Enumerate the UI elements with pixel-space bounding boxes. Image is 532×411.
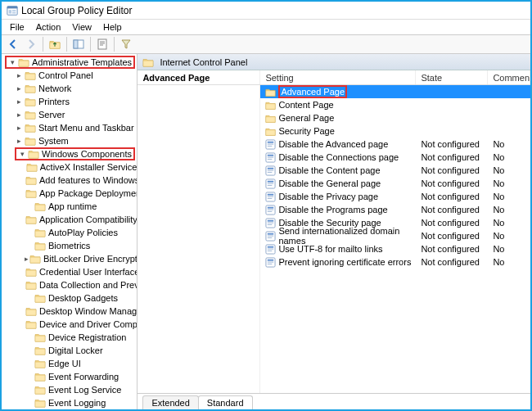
expand-icon[interactable] xyxy=(25,333,34,342)
folder-icon xyxy=(265,87,276,97)
expand-icon[interactable]: ▸ xyxy=(15,124,24,133)
list-item-comment: No xyxy=(488,205,530,215)
tree-item[interactable]: ▸Network xyxy=(2,82,137,95)
list-row[interactable]: Security Page xyxy=(260,124,530,138)
expand-icon[interactable]: ▸ xyxy=(15,97,24,106)
list-row[interactable]: Disable the General pageNot configuredNo xyxy=(260,177,530,190)
tree-item[interactable]: ▸BitLocker Drive Encryption xyxy=(2,252,137,265)
list-row[interactable]: Disable the Programs pageNot configuredN… xyxy=(260,203,530,216)
tree-pane[interactable]: ▾Administrative Templates▸Control Panel▸… xyxy=(2,54,138,409)
tree-item[interactable]: Device and Driver Compatibility xyxy=(2,318,137,331)
tree-item-label: System xyxy=(38,136,69,146)
expand-icon[interactable] xyxy=(25,346,34,355)
list-row[interactable]: Send internationalized domain namesNot c… xyxy=(260,229,530,242)
tree-item[interactable]: Digital Locker xyxy=(2,344,137,357)
expand-icon[interactable]: ▾ xyxy=(8,58,17,67)
tree-item[interactable]: Device Registration xyxy=(2,331,137,344)
tree-item[interactable]: ▸Server xyxy=(2,108,137,121)
forward-button[interactable] xyxy=(23,36,39,52)
tree-item[interactable]: Credential User Interface xyxy=(2,265,137,278)
tree-item[interactable]: Desktop Window Manager xyxy=(2,305,137,318)
expand-icon[interactable]: ▾ xyxy=(18,150,27,159)
tree-item[interactable]: Data Collection and Preview Bui xyxy=(2,278,137,291)
toolbar xyxy=(2,34,530,54)
list-item-comment: No xyxy=(488,257,530,267)
tree-item[interactable]: Biometrics xyxy=(2,239,137,252)
up-button[interactable] xyxy=(47,36,63,52)
tree-item[interactable]: Application Compatibility xyxy=(2,213,137,226)
toolbar-separator xyxy=(90,37,91,52)
toolbar-separator xyxy=(114,37,115,52)
folder-icon xyxy=(34,372,46,382)
folder-icon xyxy=(25,110,36,120)
tab-extended[interactable]: Extended xyxy=(142,395,198,409)
list-row[interactable]: Use UTF-8 for mailto linksNot configured… xyxy=(260,242,530,255)
folder-icon xyxy=(34,228,46,237)
list-item-state: Not configured xyxy=(416,139,488,149)
expand-icon[interactable] xyxy=(25,373,34,382)
tree-item[interactable]: App runtime xyxy=(2,200,137,213)
menu-help[interactable]: Help xyxy=(98,21,127,33)
expand-icon[interactable]: ▸ xyxy=(25,255,29,264)
expand-icon[interactable]: ▸ xyxy=(15,111,24,120)
tree-item-label: Event Log Service xyxy=(48,385,121,395)
menu-action[interactable]: Action xyxy=(31,21,66,33)
tree-item[interactable]: Desktop Gadgets xyxy=(2,291,137,305)
filter-button[interactable] xyxy=(118,36,134,52)
list-row[interactable]: Prevent ignoring certificate errorsNot c… xyxy=(260,255,530,269)
menu-file[interactable]: File xyxy=(5,21,29,33)
expand-icon[interactable]: ▸ xyxy=(15,84,24,93)
list-row[interactable]: General Page xyxy=(260,111,530,124)
tree-item[interactable]: AutoPlay Policies xyxy=(2,226,137,239)
expand-icon[interactable]: ▸ xyxy=(15,137,24,146)
list-row[interactable]: Content Page xyxy=(260,98,530,111)
tree-item-label: Network xyxy=(38,84,71,93)
tree-item-label: Device and Driver Compatibility xyxy=(39,319,138,329)
show-hide-button[interactable] xyxy=(70,36,87,52)
tree-item[interactable]: Event Forwarding xyxy=(2,370,137,383)
tree-item[interactable]: ActiveX Installer Service xyxy=(2,160,137,174)
list-row[interactable]: Disable the Privacy pageNot configuredNo xyxy=(260,190,530,203)
tree-item[interactable]: Edge UI xyxy=(2,357,137,370)
tree-item-label: ActiveX Installer Service xyxy=(40,162,138,172)
expand-icon[interactable] xyxy=(25,359,34,368)
folder-icon xyxy=(34,332,46,342)
list-row[interactable]: Disable the Content pageNot configuredNo xyxy=(260,164,530,177)
tree-administrative-templates[interactable]: ▾Administrative Templates xyxy=(2,56,137,69)
properties-button[interactable] xyxy=(94,36,110,52)
tree-item[interactable]: App Package Deployment xyxy=(2,187,137,200)
tree-item[interactable]: ▸System xyxy=(2,134,137,147)
expand-icon[interactable] xyxy=(25,202,34,211)
expand-icon[interactable] xyxy=(25,228,34,237)
column-comment[interactable]: Commen xyxy=(488,70,530,84)
tree-item[interactable]: Event Logging xyxy=(2,396,137,409)
tree-item-label: Administrative Templates xyxy=(32,57,132,67)
tree-item[interactable]: Add features to Windows 10 xyxy=(2,174,137,187)
expand-icon[interactable]: ▸ xyxy=(15,71,24,80)
expand-icon[interactable] xyxy=(25,386,34,395)
setting-icon xyxy=(265,165,276,176)
list-row[interactable]: Disable the Connections pageNot configur… xyxy=(260,151,530,164)
list-item-comment: No xyxy=(488,231,530,241)
list-row[interactable]: Advanced Page xyxy=(260,85,530,98)
list-item-comment: No xyxy=(488,192,530,201)
tree-item[interactable]: ▸Control Panel xyxy=(2,69,137,82)
expand-icon[interactable] xyxy=(25,163,25,172)
tree-windows-components[interactable]: ▾Windows Components xyxy=(2,147,137,160)
back-button[interactable] xyxy=(5,36,21,52)
tab-standard[interactable]: Standard xyxy=(198,395,253,409)
folder-icon xyxy=(34,241,46,251)
tree-item[interactable]: ▸Printers xyxy=(2,95,137,108)
settings-list[interactable]: Advanced PageContent PageGeneral PageSec… xyxy=(260,85,530,393)
tree-item-label: Edge UI xyxy=(48,359,81,368)
expand-icon[interactable] xyxy=(25,242,34,251)
column-state[interactable]: State xyxy=(416,70,488,84)
tree-item[interactable]: Event Log Service xyxy=(2,383,137,396)
menu-view[interactable]: View xyxy=(67,21,97,33)
list-row[interactable]: Disable the Advanced pageNot configuredN… xyxy=(260,138,530,151)
tree-item[interactable]: ▸Start Menu and Taskbar xyxy=(2,121,137,134)
expand-icon[interactable] xyxy=(25,399,34,408)
toolbar-separator xyxy=(43,37,43,52)
column-setting[interactable]: Setting xyxy=(260,70,416,84)
expand-icon[interactable] xyxy=(25,294,34,303)
